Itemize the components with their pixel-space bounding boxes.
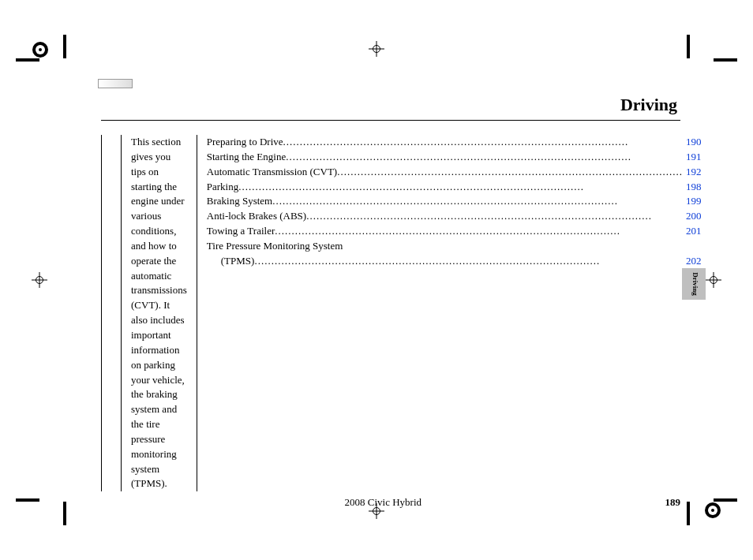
title-rule xyxy=(101,120,680,121)
toc-label: Towing a Trailer xyxy=(207,224,275,239)
toc-leader-dots xyxy=(286,150,683,165)
svg-point-5 xyxy=(711,509,714,512)
toc-entry[interactable]: Braking System199 xyxy=(207,194,702,209)
toc-leader-dots xyxy=(306,209,683,224)
toc-entry[interactable]: Automatic Transmission (CVT)192 xyxy=(207,165,702,180)
page-content: Driving This section gives you tips on s… xyxy=(101,95,680,489)
crop-mark xyxy=(714,58,737,62)
toc-leader-dots xyxy=(254,254,683,269)
toc-page-link[interactable]: 202 xyxy=(683,254,702,269)
crop-mark xyxy=(687,502,690,525)
toc-page-link[interactable]: 191 xyxy=(683,150,702,165)
toc-entry-cont[interactable]: (TPMS)202 xyxy=(207,254,702,269)
toc-label: Anti-lock Brakes (ABS) xyxy=(207,209,306,224)
intro-paragraph: This section gives you tips on starting … xyxy=(131,135,187,491)
page-footer: 2008 Civic Hybrid 189 xyxy=(101,496,680,509)
column-1 xyxy=(101,135,121,491)
manual-page: { "header": { "title": "Driving" }, "int… xyxy=(0,0,753,560)
toc-page-link[interactable]: 201 xyxy=(683,224,702,239)
toc-label: Preparing to Drive xyxy=(207,135,283,150)
toc-label: Braking System xyxy=(207,194,272,209)
thumb-tab-label: Driving xyxy=(691,272,699,296)
crop-mark xyxy=(687,35,690,58)
toc-leader-dots xyxy=(337,165,683,180)
toc-leader-dots xyxy=(272,194,683,209)
crop-mark xyxy=(16,58,39,62)
svg-point-2 xyxy=(39,48,42,51)
page-title: Driving xyxy=(101,95,680,115)
toc-entry[interactable]: Tire Pressure Monitoring System xyxy=(207,239,702,254)
toc-page-link[interactable]: 190 xyxy=(683,135,702,150)
toc-leader-dots xyxy=(283,135,683,150)
column-2-intro: This section gives you tips on starting … xyxy=(121,135,197,491)
crosshair-icon xyxy=(32,272,47,288)
registration-mark-icon xyxy=(32,41,49,58)
toc-entry[interactable]: Anti-lock Brakes (ABS)200 xyxy=(207,209,702,224)
crop-mark xyxy=(63,502,66,525)
toc-label: Tire Pressure Monitoring System xyxy=(207,239,343,254)
toc-page-link[interactable]: 200 xyxy=(683,209,702,224)
toc-page-link[interactable]: 192 xyxy=(683,165,702,180)
toc-entry[interactable]: Parking198 xyxy=(207,180,702,195)
footer-model: 2008 Civic Hybrid xyxy=(101,496,665,509)
toc-leader-dots xyxy=(275,224,683,239)
thumb-tab: Driving xyxy=(682,268,706,300)
toc-page-link[interactable]: 199 xyxy=(683,194,702,209)
footer-page-number: 189 xyxy=(665,496,681,509)
toc-page-link[interactable]: 198 xyxy=(683,180,702,195)
toc-entry[interactable]: Towing a Trailer201 xyxy=(207,224,702,239)
toc-label: Automatic Transmission (CVT) xyxy=(207,165,337,180)
color-bar xyxy=(98,79,133,88)
toc-leader-dots xyxy=(238,180,683,195)
registration-mark-icon xyxy=(704,502,721,519)
toc-entry[interactable]: Starting the Engine191 xyxy=(207,150,702,165)
toc-label: (TPMS) xyxy=(221,254,255,269)
columns: This section gives you tips on starting … xyxy=(101,135,680,491)
toc-entry[interactable]: Preparing to Drive190 xyxy=(207,135,702,150)
crop-mark xyxy=(63,35,66,58)
toc-label: Parking xyxy=(207,180,238,195)
toc-label: Starting the Engine xyxy=(207,150,286,165)
crosshair-icon xyxy=(369,41,384,57)
column-3-toc: Preparing to Drive190Starting the Engine… xyxy=(197,135,711,491)
crop-mark xyxy=(16,498,39,502)
